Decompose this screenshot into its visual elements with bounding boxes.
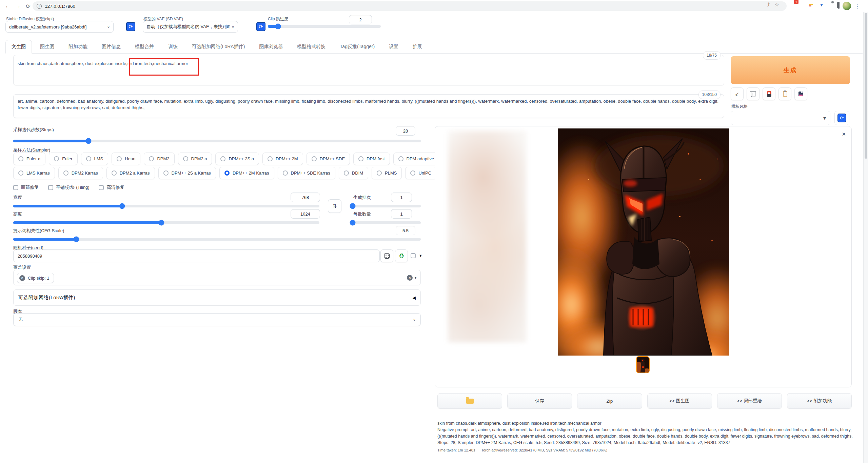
- clear-all-icon[interactable]: ✕: [407, 275, 413, 281]
- model-refresh-button[interactable]: ⟳: [126, 22, 135, 31]
- sampler-option[interactable]: Euler a: [13, 153, 45, 165]
- output-button[interactable]: >> 局部重绘: [717, 393, 782, 409]
- share-icon[interactable]: ⤴: [767, 2, 770, 7]
- sampler-option[interactable]: PLMS: [372, 167, 402, 179]
- paste-button[interactable]: ↙: [731, 87, 744, 100]
- sampler-option[interactable]: DPM2: [144, 153, 174, 165]
- close-gallery-icon[interactable]: ✕: [842, 131, 846, 137]
- steps-slider[interactable]: [13, 140, 421, 142]
- seed-extra-checkbox[interactable]: [411, 253, 416, 258]
- sampler-option[interactable]: LMS: [81, 153, 108, 165]
- style-refresh-button[interactable]: ⟳: [834, 111, 849, 125]
- tab[interactable]: Tag反推(Tagger): [334, 40, 381, 54]
- sampler-option[interactable]: DPM2 Karras: [58, 167, 103, 179]
- output-button[interactable]: Zip: [577, 393, 642, 409]
- reload-icon[interactable]: ⟳: [24, 2, 32, 10]
- batch-count-slider[interactable]: [353, 205, 421, 207]
- vae-refresh-button[interactable]: ⟳: [256, 22, 265, 31]
- tab[interactable]: 训练: [162, 40, 184, 54]
- sampler-option[interactable]: DPM++ 2S a: [215, 153, 259, 165]
- prompt-textarea[interactable]: skin from chaos,dark atmosphere, dust ex…: [13, 55, 724, 85]
- option-checkbox[interactable]: 高清修复: [99, 184, 124, 190]
- page-scrollbar[interactable]: [863, 12, 868, 463]
- sampler-option[interactable]: Euler: [49, 153, 77, 165]
- clip-skip-value[interactable]: 2: [349, 15, 372, 24]
- seed-input[interactable]: 2858898489: [13, 249, 380, 262]
- sampler-option[interactable]: DPM2 a: [178, 153, 212, 165]
- batch-size-slider[interactable]: [353, 221, 421, 224]
- address-bar[interactable]: i 127.0.0.1:7860: [33, 1, 787, 11]
- style-dropdown[interactable]: ▾: [731, 111, 830, 125]
- recycle-icon: ♻: [399, 252, 404, 260]
- tab[interactable]: 设置: [383, 40, 405, 54]
- clip-skip-slider[interactable]: [268, 25, 381, 28]
- cfg-value[interactable]: 5.5: [396, 226, 415, 235]
- option-checkbox[interactable]: 面部修复: [13, 184, 39, 190]
- steps-value[interactable]: 28: [396, 126, 415, 136]
- dropdown-arrow-icon[interactable]: ▾: [415, 276, 416, 280]
- save-style-button[interactable]: [794, 87, 807, 100]
- reuse-seed-button[interactable]: ♻: [395, 249, 408, 262]
- sampler-option[interactable]: DPM++ 2M: [262, 153, 303, 165]
- tab[interactable]: 可选附加网络(LoRA插件): [186, 40, 251, 54]
- height-value[interactable]: 1024: [291, 209, 320, 219]
- swap-dimensions-button[interactable]: ⇅: [328, 199, 341, 213]
- tab[interactable]: 附加功能: [62, 40, 94, 54]
- browser-menu-icon[interactable]: ⋮: [855, 3, 860, 9]
- sampler-option[interactable]: LMS Karras: [13, 167, 55, 179]
- sampler-option[interactable]: DPM++ 2S a Karras: [158, 167, 216, 179]
- tab[interactable]: 模型格式转换: [291, 40, 332, 54]
- tab[interactable]: 图生图: [34, 40, 60, 54]
- cfg-slider[interactable]: [13, 238, 421, 241]
- tab[interactable]: 图库浏览器: [253, 40, 289, 54]
- override-tag[interactable]: ✕ Clip skip: 1: [17, 273, 54, 283]
- gallery-thumbnail-selected[interactable]: [636, 356, 650, 373]
- sampler-option[interactable]: Heun: [112, 153, 140, 165]
- height-slider[interactable]: [13, 221, 319, 224]
- open-folder-button[interactable]: [437, 393, 502, 409]
- lora-accordion[interactable]: 可选附加网络(LoRA插件) ◀: [13, 289, 421, 306]
- output-button[interactable]: >> 图生图: [647, 393, 712, 409]
- batch-size-value[interactable]: 1: [391, 209, 412, 219]
- random-seed-button[interactable]: [380, 249, 393, 262]
- batch-count-value[interactable]: 1: [391, 193, 412, 202]
- apply-style-button[interactable]: [778, 87, 791, 100]
- sampler-option[interactable]: DPM++ SDE: [307, 153, 350, 165]
- generated-image[interactable]: [558, 128, 729, 356]
- forward-icon[interactable]: →: [14, 2, 22, 10]
- previous-image-blurred[interactable]: [448, 131, 526, 342]
- width-value[interactable]: 768: [291, 193, 320, 202]
- bookmark-star-icon[interactable]: ☆: [775, 2, 779, 8]
- seed-extra-caret-icon[interactable]: ▼: [419, 254, 422, 258]
- side-panel-icon[interactable]: [838, 2, 840, 8]
- output-button[interactable]: 保存: [507, 393, 572, 409]
- remove-tag-icon[interactable]: ✕: [19, 275, 25, 281]
- vae-dropdown[interactable]: 自动（仅加载与模型同名的 VAE，未找到时不加载） ∨: [143, 21, 238, 33]
- site-info-icon[interactable]: i: [37, 4, 42, 9]
- scrollbar-thumb[interactable]: [865, 13, 867, 159]
- sampler-option[interactable]: DPM fast: [353, 153, 390, 165]
- sampler-option[interactable]: DPM++ 2M Karras: [219, 167, 274, 179]
- output-button[interactable]: >> 附加功能: [787, 393, 852, 409]
- tab[interactable]: 文生图: [5, 40, 32, 54]
- sampler-option[interactable]: UniPC: [405, 167, 436, 179]
- tab[interactable]: 模型合并: [129, 40, 160, 54]
- profile-avatar[interactable]: [843, 2, 851, 10]
- back-icon[interactable]: ←: [4, 2, 12, 10]
- width-slider[interactable]: [13, 205, 319, 207]
- generate-button[interactable]: 生成: [731, 56, 850, 84]
- clear-prompt-button[interactable]: [747, 87, 760, 100]
- tab[interactable]: 扩展: [407, 40, 428, 54]
- sampler-option[interactable]: DPM2 a Karras: [106, 167, 155, 179]
- sampler-option[interactable]: DPM++ SDE Karras: [278, 167, 335, 179]
- script-dropdown[interactable]: 无 ∨: [13, 313, 421, 326]
- negative-prompt-textarea[interactable]: art, anime, cartoon, deformed, bad anato…: [13, 94, 724, 118]
- sampler-option[interactable]: DPM adaptive: [393, 153, 439, 165]
- option-checkbox[interactable]: 平铺/分块 (Tiling): [48, 184, 89, 190]
- extra-networks-button[interactable]: [763, 87, 775, 100]
- override-settings-box[interactable]: ✕ Clip skip: 1 ✕ ▾: [13, 270, 421, 285]
- sampler-option[interactable]: DDIM: [339, 167, 368, 179]
- model-dropdown[interactable]: deliberate_v2.safetensors [9aba26abdf] ∨: [5, 21, 114, 33]
- vae-value: 自动（仅加载与模型同名的 VAE，未找到时不加载）: [146, 24, 230, 30]
- tab[interactable]: 图片信息: [96, 40, 127, 54]
